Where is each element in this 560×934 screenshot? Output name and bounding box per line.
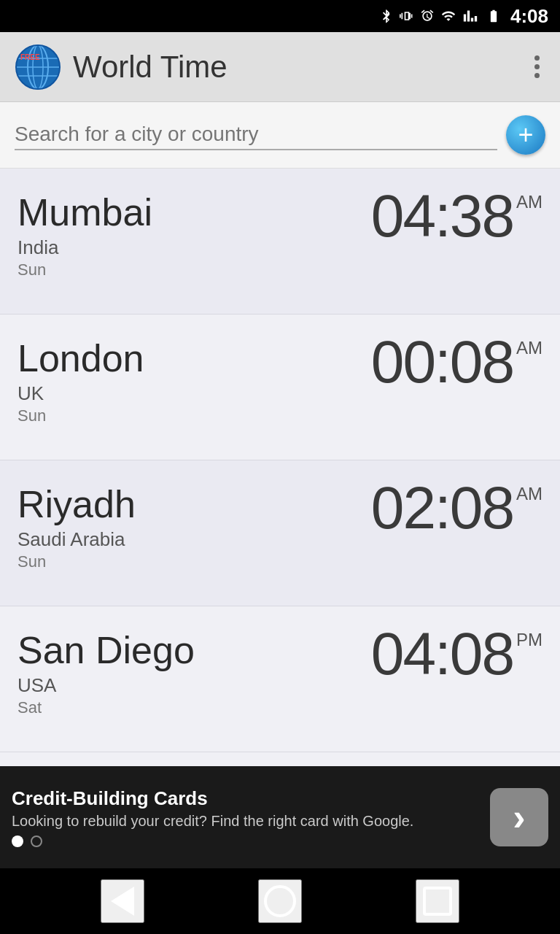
wifi-icon (440, 9, 456, 23)
alarm-icon (420, 9, 435, 23)
city-time: 00:08 AM (371, 332, 542, 392)
city-day: Sat (18, 698, 195, 717)
city-country: UK (18, 382, 144, 405)
city-time: 02:08 AM (371, 478, 542, 538)
city-info: Mumbai India Sun (18, 186, 152, 279)
city-country: India (18, 236, 152, 259)
ampm: AM (516, 484, 542, 504)
app-title: World Time (73, 50, 529, 85)
city-info: Riyadh Saudi Arabia Sun (18, 478, 136, 571)
search-input[interactable] (15, 120, 497, 150)
city-name: London (18, 338, 144, 379)
city-name: San Diego (18, 630, 195, 671)
svg-text:FREE: FREE (20, 53, 40, 61)
time-display: 04:08 (371, 624, 513, 684)
city-time: 04:08 PM (371, 624, 542, 684)
city-name: Riyadh (18, 484, 136, 525)
status-bar: 4:08 (0, 0, 560, 32)
city-name: Mumbai (18, 192, 152, 234)
more-options-button[interactable] (529, 50, 545, 84)
ad-arrow-button[interactable] (490, 788, 548, 846)
city-day: Sun (18, 552, 136, 571)
city-list: Mumbai India Sun 04:38 AM London UK Sun … (0, 169, 560, 766)
ad-content: Credit-Building Cards Looking to rebuild… (12, 787, 481, 847)
city-item-sandiego[interactable]: San Diego USA Sat 04:08 PM (0, 606, 560, 752)
status-time: 4:08 (510, 5, 548, 28)
ad-subtitle: Looking to rebuild your credit? Find the… (12, 813, 481, 830)
time-display: 04:38 (371, 186, 513, 246)
city-item-london[interactable]: London UK Sun 00:08 AM (0, 314, 560, 460)
ad-banner[interactable]: Credit-Building Cards Looking to rebuild… (0, 766, 560, 868)
ad-dot-active (12, 835, 23, 847)
ampm: AM (516, 338, 542, 358)
city-country: USA (18, 674, 195, 697)
ampm: PM (516, 630, 542, 650)
recents-button[interactable] (416, 879, 459, 923)
city-info: London UK Sun (18, 332, 144, 425)
ampm: AM (516, 192, 542, 212)
city-country: Saudi Arabia (18, 528, 136, 551)
bluetooth-icon (379, 9, 394, 23)
vibrate-icon (400, 9, 414, 23)
back-button[interactable] (101, 879, 144, 923)
time-display: 02:08 (371, 478, 513, 538)
app-bar: FREE World Time (0, 32, 560, 102)
signal-icon (462, 9, 478, 23)
city-day: Sun (18, 260, 152, 279)
city-item-mumbai[interactable]: Mumbai India Sun 04:38 AM (0, 169, 560, 314)
time-display: 00:08 (371, 332, 513, 392)
home-button[interactable] (258, 879, 302, 923)
battery-icon (484, 9, 503, 23)
city-item-riyadh[interactable]: Riyadh Saudi Arabia Sun 02:08 AM (0, 460, 560, 606)
city-time: 04:38 AM (371, 186, 542, 246)
city-info: San Diego USA Sat (18, 624, 195, 717)
search-bar (0, 102, 560, 169)
ad-title: Credit-Building Cards (12, 787, 481, 810)
nav-bar (0, 868, 560, 934)
add-city-button[interactable] (506, 115, 545, 155)
ad-dot-inactive (31, 835, 42, 847)
city-day: Sun (18, 406, 144, 425)
globe-icon: FREE (15, 44, 61, 90)
